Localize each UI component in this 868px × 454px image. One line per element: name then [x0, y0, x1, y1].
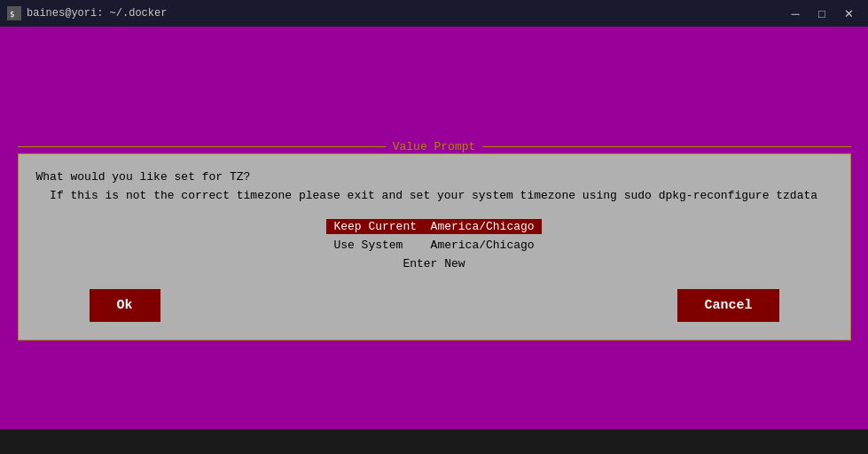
message-line2: If this is not the correct timezone plea… [36, 187, 833, 206]
word-please: please [299, 189, 340, 202]
minimize-button[interactable]: ─ [783, 4, 808, 23]
dialog-message: What would you like set for TZ? If this … [36, 168, 833, 206]
terminal-icon: $ [7, 6, 21, 20]
word-the: the [153, 189, 174, 202]
close-button[interactable]: ✕ [836, 4, 861, 23]
cancel-button[interactable]: Cancel [677, 289, 778, 322]
buttons-row: Ok Cancel [36, 289, 833, 322]
options-list: Keep Current America/Chicago Use System … [36, 219, 833, 271]
window-title: baines@yori: ~/.docker [27, 7, 167, 20]
dialog-box: What would you like set for TZ? If this … [18, 153, 851, 341]
title-line-right [482, 146, 850, 147]
svg-text:$: $ [10, 10, 14, 19]
title-bar: $ baines@yori: ~/.docker ─ □ ✕ [0, 0, 868, 27]
bottom-bar [0, 429, 868, 454]
ok-button[interactable]: Ok [90, 289, 160, 322]
dialog-title: Value Prompt [386, 140, 483, 153]
option-enter-new[interactable]: Enter New [395, 256, 472, 271]
window-controls: ─ □ ✕ [783, 4, 861, 23]
title-bar-left: $ baines@yori: ~/.docker [7, 6, 167, 20]
option-keep-current[interactable]: Keep Current America/Chicago [326, 219, 541, 234]
title-line-left [18, 146, 386, 147]
option-use-system[interactable]: Use System America/Chicago [326, 238, 541, 253]
dialog-title-bar: Value Prompt [18, 140, 851, 153]
dialog-container: Value Prompt What would you like set for… [18, 140, 851, 341]
terminal-area: Value Prompt What would you like set for… [0, 27, 868, 454]
maximize-button[interactable]: □ [809, 4, 834, 23]
message-line1: What would you like set for TZ? [36, 168, 833, 187]
